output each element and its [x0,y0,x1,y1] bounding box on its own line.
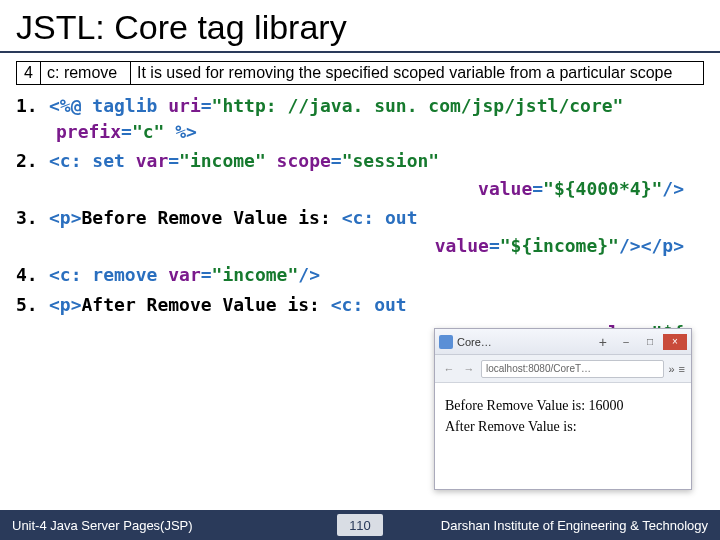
back-button[interactable]: ← [441,363,457,375]
table-row: 4 c: remove It is used for removing the … [17,62,704,85]
tag-name: c: remove [41,62,131,85]
tag-table: 4 c: remove It is used for removing the … [16,61,704,85]
output-line-1: Before Remove Value is: 16000 [445,395,681,416]
favicon-icon [439,335,453,349]
menu-icon[interactable]: ≡ [679,363,685,375]
footer-page-number: 110 [337,514,383,536]
maximize-button[interactable]: □ [639,334,661,350]
line-number: 4. [16,264,44,285]
browser-titlebar: Core… + – □ × [435,329,691,355]
line-number: 2. [16,150,44,171]
minimize-button[interactable]: – [615,334,637,350]
line-number: 5. [16,294,44,315]
new-tab-button[interactable]: + [595,334,611,350]
code-listing: 1. <%@ taglib uri="http: //java. sun. co… [0,91,720,343]
overflow-icon[interactable]: » [668,363,674,375]
footer-unit: Unit-4 Java Server Pages(JSP) [12,518,337,533]
forward-button[interactable]: → [461,363,477,375]
browser-toolbar: ← → localhost:8080/CoreT… » ≡ [435,355,691,383]
browser-window: Core… + – □ × ← → localhost:8080/CoreT… … [434,328,692,490]
close-button[interactable]: × [663,334,687,350]
code-line-2: 2. <c: set var="income" scope="session" … [16,150,704,199]
tag-index: 4 [17,62,41,85]
slide-footer: Unit-4 Java Server Pages(JSP) 110 Darsha… [0,510,720,540]
browser-content: Before Remove Value is: 16000 After Remo… [435,383,691,449]
footer-institute: Darshan Institute of Engineering & Techn… [383,518,708,533]
tag-description: It is used for removing the specified sc… [131,62,704,85]
url-bar[interactable]: localhost:8080/CoreT… [481,360,664,378]
browser-tab-title[interactable]: Core… [457,336,591,348]
code-line-4: 4. <c: remove var="income"/> [16,264,704,286]
url-text: localhost:8080/CoreT… [486,363,591,374]
code-line-1: 1. <%@ taglib uri="http: //java. sun. co… [16,95,704,142]
line-number: 1. [16,95,44,116]
output-line-2: After Remove Value is: [445,416,681,437]
line-number: 3. [16,207,44,228]
slide-title: JSTL: Core tag library [0,0,720,53]
code-line-3: 3. <p>Before Remove Value is: <c: out va… [16,207,704,256]
